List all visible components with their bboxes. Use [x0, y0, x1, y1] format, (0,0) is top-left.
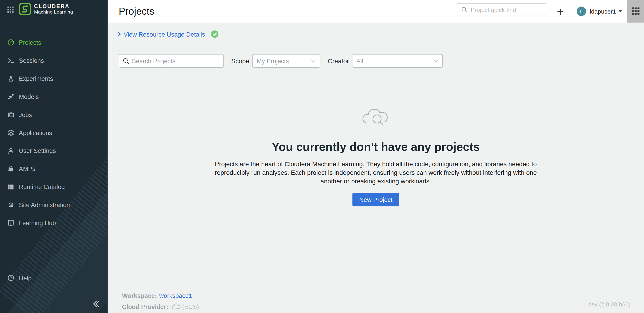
brand-name: CLOUDERA — [34, 3, 73, 9]
brand-subtitle: Machine Learning — [34, 9, 73, 15]
view-resource-usage-link[interactable]: View Resource Usage Details — [118, 30, 205, 37]
cloudera-ml-logo-icon[interactable] — [19, 3, 31, 15]
sidebar-item-label: Help — [19, 274, 32, 281]
terminal-icon — [8, 57, 14, 64]
sidebar-item-label: Runtime Catalog — [19, 183, 65, 190]
new-project-button[interactable]: New Project — [352, 193, 400, 206]
sidebar-item-label: Jobs — [19, 111, 32, 118]
sidebar-menu: Projects Sessions Experiments Models — [0, 33, 108, 232]
chevron-right-icon — [118, 32, 121, 37]
sidebar-item-label: Models — [19, 93, 39, 100]
topbar: Projects L ldapuser1 — [108, 0, 644, 22]
sidebar-item-label: Experiments — [19, 75, 53, 82]
app-switcher-grid-icon[interactable] — [8, 6, 14, 13]
search-icon — [123, 58, 129, 64]
sidebar-item-site-administration[interactable]: Site Administration — [0, 196, 108, 214]
sidebar-item-label: User Settings — [19, 147, 56, 154]
sidebar-item-user-settings[interactable]: User Settings — [0, 142, 108, 160]
app-grid-strip[interactable] — [627, 0, 644, 22]
chevron-down-icon — [433, 59, 438, 63]
workspace-label: Workspace: — [122, 292, 157, 299]
flask-icon — [8, 75, 14, 82]
workspace-link[interactable]: workspace1 — [159, 292, 192, 299]
sidebar-item-projects[interactable]: Projects — [0, 33, 108, 51]
sidebar-item-runtime-catalog[interactable]: Runtime Catalog — [0, 177, 108, 196]
svg-text:?: ? — [10, 276, 12, 280]
brand: CLOUDERA Machine Learning — [34, 3, 73, 15]
scope-label: Scope — [231, 57, 250, 65]
view-resource-usage-label: View Resource Usage Details — [124, 30, 205, 37]
grid-icon — [632, 7, 640, 15]
sidebar-item-learning-hub[interactable]: Learning Hub — [0, 214, 108, 232]
gear-icon — [8, 201, 14, 208]
app-root: CLOUDERA Machine Learning Projects Sessi… — [0, 0, 644, 313]
list-icon — [8, 183, 14, 190]
chevron-down-icon — [618, 10, 622, 12]
avatar: L — [576, 6, 586, 16]
sidebar-header: CLOUDERA Machine Learning — [0, 0, 108, 22]
sidebar-item-jobs[interactable]: Jobs — [0, 106, 108, 124]
cloud-search-icon — [362, 106, 390, 129]
scope-select-value: My Projects — [257, 57, 289, 64]
empty-heading: You currently don't have any projects — [108, 140, 644, 154]
main-content: View Resource Usage Details Scope My Pro… — [108, 22, 644, 313]
resource-usage-row: View Resource Usage Details — [118, 30, 218, 38]
sidebar: CLOUDERA Machine Learning Projects Sessi… — [0, 0, 108, 313]
workspace-row: Workspace:workspace1 — [122, 292, 192, 299]
book-icon — [8, 219, 14, 226]
shopping-bag-icon — [8, 165, 14, 172]
collapse-sidebar-button[interactable] — [91, 299, 102, 310]
search-icon — [461, 6, 468, 13]
sidebar-item-label: Applications — [19, 129, 52, 136]
double-chevron-left-icon — [91, 299, 101, 309]
add-button[interactable] — [554, 6, 566, 17]
user-menu[interactable]: L ldapuser1 — [576, 0, 622, 22]
user-name: ldapuser1 — [590, 8, 616, 14]
sidebar-item-label: Learning Hub — [19, 219, 56, 226]
creator-select-value: All — [356, 57, 363, 64]
help-icon: ? — [8, 274, 14, 281]
sidebar-item-label: Sessions — [19, 57, 44, 64]
sidebar-item-experiments[interactable]: Experiments — [0, 69, 108, 87]
search-projects-input[interactable] — [132, 57, 218, 64]
project-quick-find-input[interactable] — [471, 6, 541, 13]
cloud-icon — [172, 304, 180, 310]
briefcase-icon — [8, 111, 14, 118]
sidebar-item-label: AMPs — [19, 165, 36, 172]
creator-select[interactable]: All — [352, 54, 442, 68]
search-projects — [119, 54, 224, 68]
user-icon — [8, 147, 14, 154]
layers-icon — [8, 129, 14, 136]
page-title: Projects — [119, 0, 154, 22]
sidebar-item-models[interactable]: Models — [0, 87, 108, 106]
sidebar-item-sessions[interactable]: Sessions — [0, 51, 108, 69]
plus-icon — [557, 8, 563, 14]
filters-row: Scope My Projects Creator All — [119, 54, 442, 68]
sidebar-item-label: Projects — [19, 39, 41, 46]
cloud-provider-row: Cloud Provider: (ECS) — [122, 303, 199, 310]
version-text: dev (2.0.28-b66) — [588, 301, 630, 308]
graph-nodes-icon — [8, 93, 14, 100]
sidebar-item-amps[interactable]: AMPs — [0, 160, 108, 178]
sidebar-item-help[interactable]: ? Help — [0, 269, 108, 287]
sidebar-item-applications[interactable]: Applications — [0, 124, 108, 142]
chevron-down-icon — [311, 59, 316, 63]
creator-label: Creator — [328, 57, 349, 65]
empty-state: You currently don't have any projects Pr… — [108, 106, 644, 206]
project-quick-find — [457, 3, 546, 16]
cloud-provider-value: (ECS) — [182, 303, 199, 310]
gauge-icon — [8, 39, 14, 46]
sidebar-item-label: Site Administration — [19, 201, 70, 208]
scope-select[interactable]: My Projects — [252, 54, 320, 68]
cloud-provider-label: Cloud Provider: — [122, 303, 168, 310]
status-ok-icon — [211, 30, 219, 38]
empty-description: Projects are the heart of Cloudera Machi… — [212, 160, 540, 185]
